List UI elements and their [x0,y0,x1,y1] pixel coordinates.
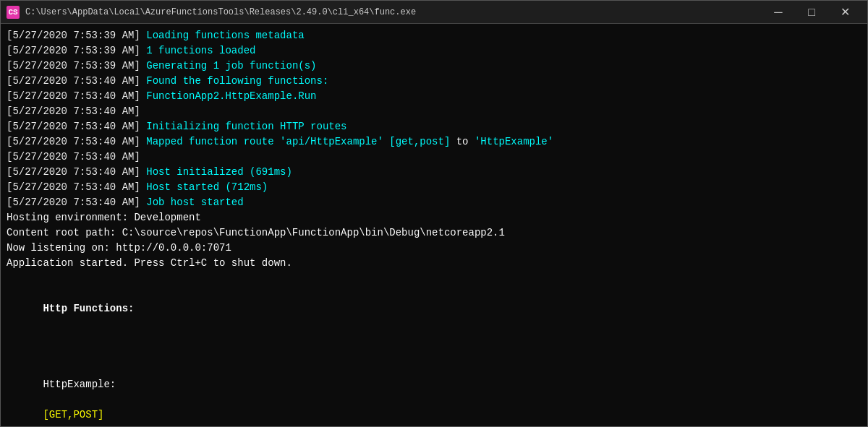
title-bar: CS C:\Users\AppData\Local\AzureFunctions… [1,1,867,24]
log-line: [5/27/2020 7:53:39 AM] Generating 1 job … [7,59,861,74]
log-line: [5/27/2020 7:53:40 AM] Host initialized … [7,165,861,180]
log-line: [5/27/2020 7:53:39 AM] 1 functions loade… [7,43,861,59]
static-line: Hosting environment: Development [7,210,861,225]
log-line: [5/27/2020 7:53:40 AM] Host started (712… [7,180,861,195]
log-line: [5/27/2020 7:53:40 AM] Initializing func… [7,119,861,134]
log-line: [5/27/2020 7:53:40 AM] Mapped function r… [7,134,861,150]
log-line: [5/27/2020 7:53:40 AM] [7,104,861,119]
blank-line [7,332,861,347]
static-line: Application started. Press Ctrl+C to shu… [7,256,861,271]
blank-line [7,271,861,286]
minimize-button[interactable]: ─ [762,1,795,24]
terminal-window: CS C:\Users\AppData\Local\AzureFunctions… [0,0,868,427]
log-line: [5/27/2020 7:53:40 AM] Found the followi… [7,74,861,89]
console-output: [5/27/2020 7:53:39 AM] Loading functions… [1,24,867,426]
log-line: [5/27/2020 7:53:40 AM] FunctionApp2.Http… [7,89,861,104]
log-line: [5/27/2020 7:53:39 AM] Loading functions… [7,28,861,43]
log-line: [5/27/2020 7:53:40 AM] Job host started [7,195,861,210]
static-line: Now listening on: http://0.0.0.0:7071 [7,241,861,256]
static-line: Content root path: C:\source\repos\Funct… [7,225,861,241]
http-functions-header: Http Functions: [7,286,861,332]
log-line: [5/27/2020 7:53:40 AM] [7,150,861,165]
close-button[interactable]: ✕ [828,1,861,24]
window-title: C:\Users\AppData\Local\AzureFunctionsToo… [25,7,762,17]
app-icon: CS [7,6,20,19]
maximize-button[interactable]: □ [795,1,828,24]
window-controls: ─ □ ✕ [762,1,861,24]
app-icon-text: CS [8,8,17,17]
http-function-line: HttpExample: [GET,POST] http://localhost… [7,347,861,426]
